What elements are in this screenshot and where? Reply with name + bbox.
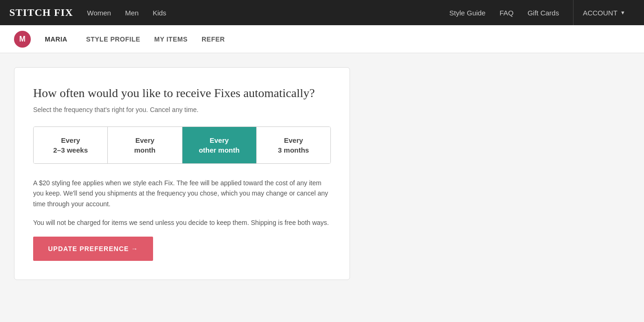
account-label: ACCOUNT [583,9,617,17]
main-content: How often would you like to receive Fixe… [0,53,644,294]
frequency-options: Every2–3 weeks Everymonth Everyother mon… [33,126,331,164]
top-nav: STITCH FIX Women Men Kids Style Guide FA… [0,0,644,25]
subnav-style-profile[interactable]: STYLE PROFILE [86,35,140,43]
nav-gift-cards[interactable]: Gift Cards [527,9,559,17]
update-preference-button[interactable]: UPDATE PREFERENCE → [33,237,153,261]
freq-every-month[interactable]: Everymonth [108,127,182,163]
frequency-card: How often would you like to receive Fixe… [14,67,350,280]
sub-nav-links: STYLE PROFILE MY ITEMS REFER [86,35,225,43]
sub-nav: M MARIA STYLE PROFILE MY ITEMS REFER [0,25,644,53]
subnav-my-items[interactable]: MY ITEMS [154,35,188,43]
nav-kids[interactable]: Kids [153,9,166,17]
logo: STITCH FIX [9,7,73,19]
nav-style-guide[interactable]: Style Guide [449,9,486,17]
freq-every-other-month[interactable]: Everyother month [182,127,257,163]
chevron-down-icon: ▼ [620,10,625,15]
nav-faq[interactable]: FAQ [499,9,513,17]
user-name: MARIA [45,35,67,43]
nav-men[interactable]: Men [125,9,139,17]
account-button[interactable]: ACCOUNT ▼ [573,0,635,25]
freq-2-3-weeks[interactable]: Every2–3 weeks [34,127,108,163]
card-subtitle: Select the frequency that's right for yo… [33,106,331,113]
freq-every-3-months[interactable]: Every3 months [257,127,330,163]
info-text-1: A $20 styling fee applies when we style … [33,178,331,209]
avatar: M [14,31,31,48]
nav-left: Women Men Kids [87,9,449,17]
nav-right: Style Guide FAQ Gift Cards ACCOUNT ▼ [449,0,635,25]
subnav-refer[interactable]: REFER [202,35,225,43]
card-title: How often would you like to receive Fixe… [33,86,331,100]
nav-women[interactable]: Women [87,9,111,17]
info-text-2: You will not be charged for items we sen… [33,217,331,228]
